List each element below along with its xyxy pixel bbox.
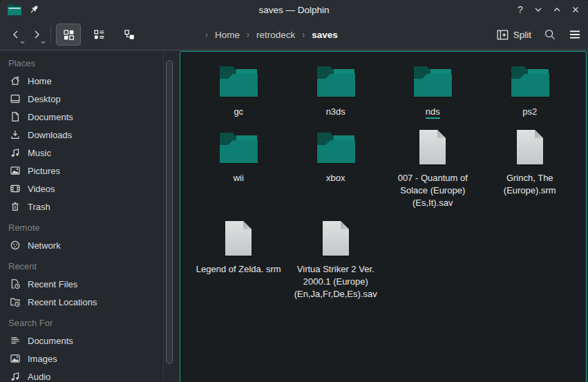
item-label: Virtua Striker 2 Ver. 2000.1 (Europe) (E… bbox=[290, 263, 381, 300]
maximize-button[interactable] bbox=[551, 4, 562, 15]
icons-view-button[interactable] bbox=[56, 23, 81, 46]
sidebar-item-label: Recent Locations bbox=[28, 297, 97, 307]
folder-icon bbox=[316, 61, 355, 100]
sidebar-item-pictures[interactable]: Pictures bbox=[0, 162, 180, 180]
breadcrumb-separator: › bbox=[247, 28, 249, 41]
folder-view[interactable]: gcn3dsndsps2wiixbox007 - Quantum of Sola… bbox=[180, 51, 587, 382]
forward-icon bbox=[31, 29, 42, 40]
panel-separator bbox=[163, 51, 164, 382]
desktop-icon bbox=[10, 93, 21, 104]
back-button[interactable] bbox=[7, 24, 25, 45]
file-item-virtua[interactable]: Virtua Striker 2 Ver. 2000.1 (Europe) (E… bbox=[287, 219, 385, 300]
sidebar-item-images[interactable]: Images bbox=[0, 350, 180, 367]
folder-icon bbox=[219, 128, 258, 166]
breadcrumb-item-retrodeck[interactable]: retrodeck bbox=[254, 28, 298, 41]
file-icon bbox=[516, 128, 544, 166]
sidebar-sections: PlacesHomeDesktopDocumentsDownloadsMusic… bbox=[0, 51, 180, 382]
sidebar-item-music[interactable]: Music bbox=[0, 144, 180, 162]
sidebar-item-label: Pictures bbox=[28, 166, 60, 176]
section-header-recent: Recent bbox=[0, 257, 180, 275]
folder-item-wii[interactable]: wii bbox=[190, 128, 287, 209]
close-button[interactable] bbox=[570, 4, 581, 15]
sidebar-item-label: Trash bbox=[28, 202, 50, 212]
network-icon bbox=[10, 240, 21, 251]
sidebar-item-videos[interactable]: Videos bbox=[0, 180, 180, 198]
recent-file-icon bbox=[10, 278, 21, 289]
dolphin-window: saves — Dolphin ? ›Home›retrodeck›save bbox=[0, 0, 588, 382]
folder-item-nds[interactable]: nds bbox=[384, 61, 482, 118]
music-icon bbox=[10, 371, 21, 382]
trash-icon bbox=[10, 201, 21, 212]
chevron-down-icon bbox=[41, 41, 46, 44]
details-view-icon bbox=[93, 29, 105, 41]
file-icon bbox=[419, 128, 446, 166]
file-row: Legend of Zelda. srmVirtua Striker 2 Ver… bbox=[190, 219, 384, 300]
item-label: n3ds bbox=[326, 106, 345, 118]
sidebar-item-audio[interactable]: Audio bbox=[0, 367, 180, 382]
video-icon bbox=[10, 183, 21, 194]
sidebar-item-label: Desktop bbox=[28, 94, 61, 104]
breadcrumb-item-saves[interactable]: saves bbox=[309, 28, 341, 41]
pin-icon[interactable] bbox=[28, 4, 39, 15]
sidebar-item-network[interactable]: Network bbox=[0, 236, 180, 254]
item-label: xbox bbox=[326, 172, 345, 184]
back-icon bbox=[10, 29, 21, 40]
section-header-search-for: Search For bbox=[0, 314, 180, 332]
chevron-down-icon bbox=[20, 41, 25, 44]
chevron-down-icon bbox=[533, 4, 544, 15]
file-row: wiixbox007 - Quantum of Solace (Europe) … bbox=[190, 128, 578, 209]
file-item-007[interactable]: 007 - Quantum of Solace (Europe) (Es,It)… bbox=[384, 128, 482, 209]
file-item-legend[interactable]: Legend of Zelda. srm bbox=[190, 219, 287, 300]
sidebar-item-documents[interactable]: Documents bbox=[0, 108, 180, 126]
search-button[interactable] bbox=[544, 28, 556, 41]
sidebar-item-trash[interactable]: Trash bbox=[0, 198, 180, 216]
file-item-grinch,[interactable]: Grinch, The (Europe).srm bbox=[482, 128, 579, 209]
view-mode-group bbox=[56, 23, 142, 46]
close-icon bbox=[570, 4, 581, 15]
folder-item-ps2[interactable]: ps2 bbox=[482, 61, 579, 118]
folder-item-xbox[interactable]: xbox bbox=[287, 128, 385, 209]
breadcrumb-item-home[interactable]: Home bbox=[212, 28, 243, 41]
tree-view-button[interactable] bbox=[117, 23, 142, 46]
sidebar-scrollbar[interactable] bbox=[166, 60, 173, 364]
sidebar-item-label: Images bbox=[28, 354, 57, 364]
forward-button[interactable] bbox=[28, 24, 46, 45]
section-header-places: Places bbox=[0, 54, 180, 72]
help-button[interactable]: ? bbox=[515, 4, 525, 15]
split-button-label: Split bbox=[513, 30, 531, 40]
sidebar-item-home[interactable]: Home bbox=[0, 72, 180, 90]
home-icon bbox=[10, 75, 21, 86]
item-label: Legend of Zelda. srm bbox=[196, 263, 281, 276]
sidebar-item-label: Audio bbox=[28, 372, 50, 382]
item-label: wii bbox=[234, 172, 244, 184]
sidebar-item-documents[interactable]: Documents bbox=[0, 332, 180, 350]
details-view-button[interactable] bbox=[86, 23, 111, 46]
icons-view-icon bbox=[63, 29, 75, 41]
item-label: Grinch, The (Europe).srm bbox=[484, 172, 576, 197]
sidebar-item-recent-locations[interactable]: Recent Locations bbox=[0, 293, 180, 311]
minimize-button[interactable] bbox=[533, 4, 544, 15]
sidebar-item-recent-files[interactable]: Recent Files bbox=[0, 275, 180, 293]
tree-view-icon bbox=[124, 29, 135, 41]
menu-button[interactable] bbox=[569, 29, 581, 40]
download-icon bbox=[10, 129, 21, 140]
chevron-up-icon bbox=[551, 4, 562, 15]
music-icon bbox=[10, 147, 21, 158]
breadcrumb-separator: › bbox=[302, 28, 305, 41]
sidebar-item-label: Home bbox=[28, 76, 52, 86]
file-row: gcn3dsndsps2 bbox=[190, 61, 578, 118]
item-label: nds bbox=[426, 106, 440, 118]
folder-icon bbox=[219, 61, 258, 100]
folder-item-gc[interactable]: gc bbox=[190, 61, 287, 118]
section-header-remote: Remote bbox=[0, 218, 180, 236]
sidebar-item-label: Recent Files bbox=[28, 279, 77, 289]
sidebar-item-desktop[interactable]: Desktop bbox=[0, 90, 180, 108]
split-view-icon bbox=[497, 30, 509, 40]
titlebar: saves — Dolphin ? bbox=[0, 0, 588, 19]
item-label: gc bbox=[234, 106, 243, 118]
split-button[interactable]: Split bbox=[497, 30, 531, 40]
item-label: 007 - Quantum of Solace (Europe) (Es,It)… bbox=[387, 172, 478, 209]
folder-item-n3ds[interactable]: n3ds bbox=[287, 61, 385, 118]
folder-icon bbox=[316, 128, 355, 166]
sidebar-item-downloads[interactable]: Downloads bbox=[0, 126, 180, 144]
